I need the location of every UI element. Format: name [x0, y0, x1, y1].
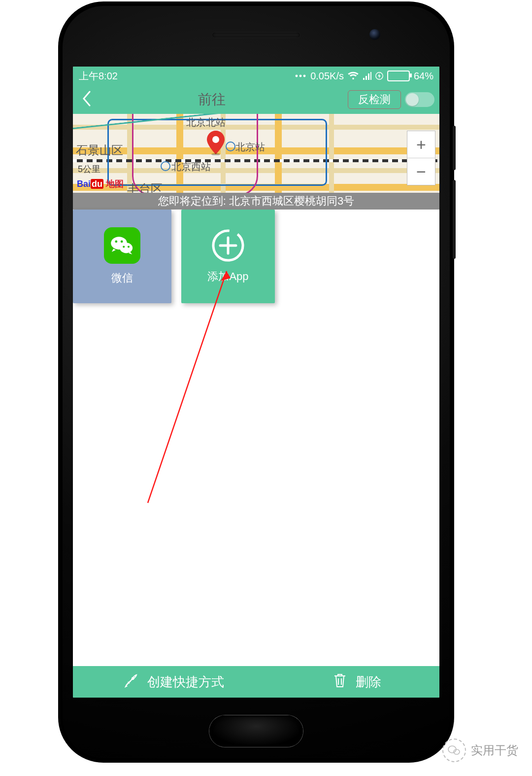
- svg-point-2: [303, 75, 306, 77]
- watermark-icon: [442, 739, 466, 762]
- baidu-logo: Baidu 地图: [77, 178, 124, 190]
- signal-icon: [363, 71, 371, 80]
- svg-point-13: [132, 677, 133, 679]
- dots-icon: [295, 73, 306, 78]
- svg-point-1: [299, 75, 302, 77]
- tile-wechat[interactable]: 微信: [73, 210, 171, 303]
- map-pin-icon: [206, 131, 226, 150]
- location-banner: 您即将定位到: 北京市西城区樱桃胡同3号: [73, 193, 439, 210]
- svg-point-11: [128, 246, 130, 247]
- watermark-text: 实用干货: [471, 742, 518, 758]
- side-button: [453, 126, 456, 170]
- watermark: 实用干货: [442, 739, 518, 762]
- bottom-bar: 创建快捷方式 删除: [73, 666, 439, 698]
- phone-frame: 上午8:02 0.05K/s 64%: [59, 2, 453, 762]
- app-bar: 前往 反检测: [73, 85, 439, 114]
- rocket-icon: [124, 673, 138, 691]
- plus-circle-icon: [211, 229, 245, 262]
- screen: 上午8:02 0.05K/s 64%: [73, 67, 439, 698]
- map-label: 石景山区: [76, 142, 123, 158]
- map[interactable]: 石景山区 北京北站 北京站 北京西站 丰台区 + − 5公里 Baidu 地图: [73, 114, 439, 193]
- svg-point-9: [121, 240, 123, 243]
- status-time: 上午8:02: [79, 70, 118, 83]
- trash-icon: [333, 673, 347, 691]
- wifi-icon: [348, 71, 359, 80]
- svg-point-0: [296, 75, 298, 77]
- app-tiles: 微信 添加App: [73, 210, 439, 303]
- zoom-control: + −: [407, 131, 435, 185]
- status-netspeed: 0.05K/s: [310, 71, 344, 82]
- svg-point-4: [212, 136, 219, 143]
- create-shortcut-label: 创建快捷方式: [147, 673, 224, 691]
- toggle-switch[interactable]: [405, 92, 434, 107]
- tile-label: 添加App: [207, 269, 248, 284]
- status-bar: 上午8:02 0.05K/s 64%: [73, 67, 439, 85]
- svg-point-8: [115, 240, 117, 243]
- home-button[interactable]: [209, 715, 303, 747]
- svg-point-5: [211, 153, 220, 156]
- side-button: [453, 180, 456, 259]
- map-scale: 5公里: [78, 163, 100, 175]
- charging-icon: [375, 71, 383, 80]
- svg-point-10: [123, 246, 125, 247]
- battery-icon: [387, 71, 410, 81]
- front-camera: [369, 29, 380, 40]
- create-shortcut-button[interactable]: 创建快捷方式: [73, 673, 274, 691]
- tile-label: 微信: [111, 271, 133, 285]
- map-label: 丰台区: [127, 181, 163, 193]
- map-label: 北京西站: [171, 160, 211, 174]
- map-label: 北京北站: [186, 116, 226, 129]
- svg-point-7: [120, 243, 133, 253]
- earpiece: [212, 32, 300, 38]
- map-label: 北京站: [235, 141, 265, 154]
- zoom-out-button[interactable]: −: [407, 158, 435, 185]
- delete-button[interactable]: 删除: [274, 673, 439, 691]
- delete-label: 删除: [356, 673, 381, 691]
- page-title: 前往: [80, 90, 344, 109]
- anti-detect-chip[interactable]: 反检测: [348, 90, 401, 109]
- zoom-in-button[interactable]: +: [407, 131, 435, 158]
- tile-add-app[interactable]: 添加App: [181, 210, 275, 303]
- wechat-icon: [104, 227, 140, 264]
- status-battery-pct: 64%: [414, 71, 433, 82]
